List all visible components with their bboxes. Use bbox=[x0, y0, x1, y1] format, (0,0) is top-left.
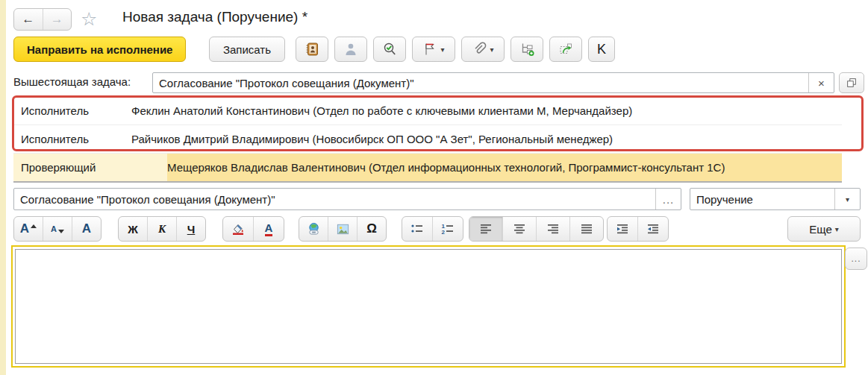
flag-icon bbox=[422, 42, 437, 57]
address-book-icon bbox=[305, 42, 319, 57]
attachments-button[interactable]: ▾ bbox=[461, 37, 505, 62]
subject-ellipsis-button[interactable]: ... bbox=[655, 189, 681, 209]
subject-value: Согласование "Протокол совещания (Докуме… bbox=[14, 193, 655, 206]
performer-person: Феклин Анатолий Константинович (Отдел по… bbox=[131, 104, 632, 117]
font-style-group: Ж К Ч bbox=[118, 216, 206, 242]
subtask-tree-icon bbox=[519, 42, 534, 57]
numbered-list-icon: 1 2 bbox=[441, 222, 455, 236]
redirect-task-button[interactable] bbox=[549, 37, 582, 62]
insert-image-button[interactable] bbox=[328, 217, 357, 241]
parent-task-field[interactable]: Согласование "Протокол совещания (Докуме… bbox=[152, 72, 834, 93]
open-parent-task-button[interactable] bbox=[839, 72, 864, 93]
task-description-input[interactable] bbox=[15, 249, 842, 364]
control-k-button[interactable]: K bbox=[588, 37, 615, 62]
assignee-button[interactable] bbox=[334, 37, 367, 62]
italic-label: К bbox=[158, 223, 166, 236]
bold-label: Ж bbox=[128, 223, 138, 236]
chevron-down-icon: ▾ bbox=[490, 45, 493, 54]
address-book-button[interactable] bbox=[296, 37, 328, 62]
check-task-button[interactable] bbox=[373, 37, 406, 62]
color-group: А bbox=[222, 216, 284, 242]
indent-decrease-button[interactable] bbox=[637, 217, 668, 241]
numbered-list-button[interactable]: 1 2 bbox=[432, 217, 463, 241]
caret-down-icon bbox=[58, 230, 64, 233]
paperclip-icon bbox=[472, 42, 487, 57]
parent-task-label: Вышестоящая задача: bbox=[13, 75, 131, 88]
forward-icon: → bbox=[51, 12, 63, 27]
task-form-window: ← → ☆ Новая задача (Поручение) * Направи… bbox=[0, 0, 868, 375]
back-icon: ← bbox=[22, 12, 34, 27]
align-right-icon bbox=[546, 222, 560, 236]
chevron-down-icon: ▾ bbox=[835, 225, 839, 233]
font-button[interactable]: A bbox=[72, 217, 101, 241]
task-type-dropdown-button[interactable]: ▾ bbox=[834, 189, 860, 209]
subject-field[interactable]: Согласование "Протокол совещания (Докуме… bbox=[13, 188, 681, 210]
performer-role: Исполнитель bbox=[13, 104, 131, 117]
redirect-icon bbox=[558, 42, 573, 57]
bold-button[interactable]: Ж bbox=[119, 217, 147, 241]
description-ellipsis-button[interactable]: ... bbox=[845, 248, 867, 270]
caret-up-icon bbox=[31, 224, 37, 228]
history-nav: ← → bbox=[13, 8, 72, 31]
save-button[interactable]: Записать bbox=[209, 37, 285, 62]
performer-role: Исполнитель bbox=[13, 133, 131, 145]
underline-button[interactable]: Ч bbox=[176, 217, 205, 241]
font-color-label: А bbox=[265, 222, 273, 236]
indent-increase-button[interactable] bbox=[608, 217, 637, 241]
k-label: K bbox=[597, 42, 606, 57]
align-right-button[interactable] bbox=[536, 217, 569, 241]
font-increase-button[interactable]: A bbox=[14, 217, 43, 241]
globe-link-icon bbox=[307, 222, 321, 236]
indent-increase-icon bbox=[616, 222, 629, 236]
align-group bbox=[469, 216, 604, 242]
performer-row[interactable]: Исполнитель Феклин Анатолий Константинов… bbox=[13, 97, 842, 125]
bullet-list-button[interactable] bbox=[402, 217, 432, 241]
align-justify-button[interactable] bbox=[569, 217, 603, 241]
insert-group: Ω bbox=[299, 216, 387, 242]
importance-flag-button[interactable]: ▾ bbox=[412, 37, 455, 62]
align-left-button[interactable] bbox=[469, 217, 502, 241]
font-decrease-button[interactable]: A bbox=[43, 217, 72, 241]
left-accent-strip bbox=[0, 0, 6, 375]
font-label: A bbox=[82, 221, 91, 236]
command-icon-strip: ▾ ▾ bbox=[296, 37, 615, 62]
clear-button[interactable]: × bbox=[808, 73, 834, 92]
align-center-icon bbox=[513, 222, 526, 236]
page-title: Новая задача (Поручение) * bbox=[122, 9, 307, 25]
task-type-combobox[interactable]: Поручение ▾ bbox=[690, 188, 861, 210]
align-center-button[interactable] bbox=[502, 217, 536, 241]
open-in-window-icon bbox=[846, 77, 858, 89]
bullet-list-icon bbox=[410, 222, 424, 236]
submit-for-execution-button[interactable]: Направить на исполнение bbox=[13, 37, 186, 62]
italic-button[interactable]: К bbox=[147, 217, 176, 241]
performer-row[interactable]: Исполнитель Райчиков Дмитрий Владимирови… bbox=[13, 125, 842, 153]
insert-symbol-button[interactable]: Ω bbox=[357, 217, 386, 241]
ellipsis-icon: ... bbox=[663, 193, 675, 206]
more-button[interactable]: Еще ▾ bbox=[787, 216, 861, 242]
highlight-color-button[interactable] bbox=[223, 217, 253, 241]
font-increase-label: A bbox=[20, 221, 29, 236]
font-decrease-label: A bbox=[51, 224, 57, 233]
more-label: Еще bbox=[809, 223, 832, 236]
checker-person: Мещеряков Владислав Валентинович (Отдел … bbox=[167, 161, 725, 174]
chevron-down-icon: ▾ bbox=[846, 195, 849, 204]
font-size-group: A A A bbox=[13, 216, 102, 242]
form-content: ← → ☆ Новая задача (Поручение) * Направи… bbox=[6, 0, 868, 375]
checker-role: Проверяющий bbox=[13, 154, 167, 181]
forward-button[interactable]: → bbox=[43, 9, 72, 30]
parent-task-value: Согласование "Протокол совещания (Докуме… bbox=[153, 77, 808, 89]
favorite-star-icon[interactable]: ☆ bbox=[81, 6, 97, 31]
back-button[interactable]: ← bbox=[14, 9, 43, 30]
checker-row[interactable]: Проверяющий Мещеряков Владислав Валентин… bbox=[13, 153, 842, 181]
chevron-down-icon: ▾ bbox=[440, 45, 444, 54]
hyperlink-button[interactable] bbox=[299, 217, 328, 241]
description-editor-focus-frame bbox=[11, 245, 846, 368]
indent-group bbox=[607, 216, 669, 242]
person-icon bbox=[343, 42, 358, 57]
align-left-icon bbox=[479, 222, 493, 236]
check-magnifier-icon bbox=[382, 42, 397, 57]
paint-bucket-icon bbox=[231, 222, 245, 236]
font-color-button[interactable]: А bbox=[253, 217, 284, 241]
svg-text:2: 2 bbox=[442, 229, 446, 236]
create-subtask-button[interactable] bbox=[511, 37, 543, 62]
